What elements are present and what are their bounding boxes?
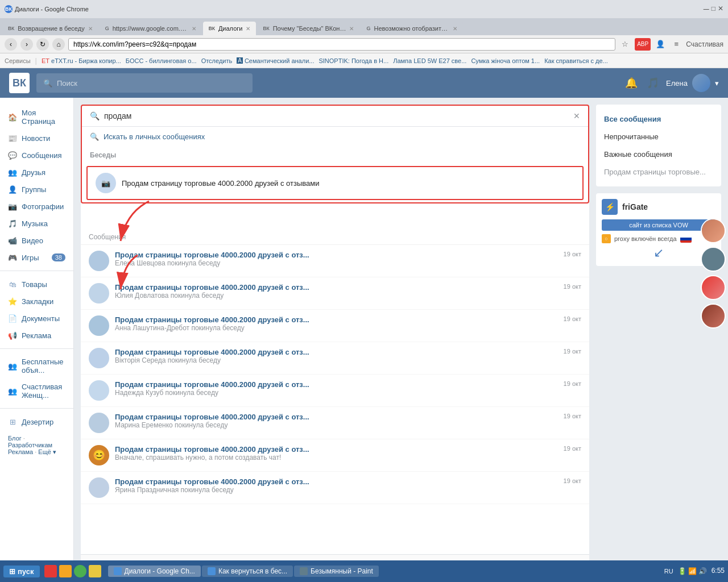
msg-subtitle-6: Вначале, спрашивать нужно, а потом созда…: [115, 454, 558, 462]
sidebar-item-music[interactable]: 🎵 Музыка: [0, 215, 73, 232]
forward-button[interactable]: ›: [20, 38, 33, 51]
sidebar-item-photos[interactable]: 📷 Фотографии: [0, 198, 73, 215]
music-icon[interactable]: 🎵: [647, 77, 659, 89]
filter-important[interactable]: Важные сообщения: [596, 146, 721, 163]
sidebar-item-messages[interactable]: 💬 Сообщения ↗: [0, 147, 73, 164]
address-input[interactable]: [68, 38, 615, 51]
msg-avatar-2: [89, 315, 109, 336]
side-avatar-2[interactable]: [701, 275, 726, 300]
tab-2[interactable]: ВК Диалоги ✕: [203, 22, 257, 35]
search-clear-button[interactable]: ✕: [573, 111, 580, 120]
star-button[interactable]: ☆: [619, 38, 631, 51]
window-title: Диалоги - Google Chrome: [15, 6, 89, 13]
taskbar-icon-vk[interactable]: [44, 565, 57, 577]
sidebar-item-friends[interactable]: 👥 Друзья: [0, 164, 73, 181]
sidebar-item-community-2[interactable]: 👥 Счастливая Женщ...: [0, 379, 73, 404]
profile-button[interactable]: 👤: [654, 38, 667, 51]
filter-all-messages[interactable]: Все сообщения: [596, 110, 721, 128]
sidebar-item-shop[interactable]: 🛍 Товары: [0, 276, 73, 293]
msg-date-7: 19 окт: [564, 477, 581, 484]
sidebar-item-video[interactable]: 📹 Видео: [0, 232, 73, 249]
filter-prodам[interactable]: Продам страницы торговые...: [596, 163, 721, 181]
messages-filter: Все сообщения Непрочитанные Важные сообщ…: [596, 105, 721, 186]
sidebar-item-docs[interactable]: 📄 Документы: [0, 310, 73, 327]
msg-item-3[interactable]: Продам страницы торговые 4000.2000 друзе…: [81, 342, 589, 375]
abp-button[interactable]: ABP: [635, 38, 651, 51]
taskbar-icon-2[interactable]: [59, 565, 72, 577]
menu-button[interactable]: ≡: [670, 38, 682, 51]
taskbar-apps: Диалоги - Google Ch... Как вернуться в б…: [108, 566, 662, 577]
msg-item-2[interactable]: Продам страницы торговые 4000.2000 друзе…: [81, 310, 589, 342]
header-dropdown-icon[interactable]: ▾: [715, 79, 719, 88]
close-btn[interactable]: ✕: [718, 5, 723, 14]
taskbar-app-2[interactable]: Безымянный - Paint: [294, 566, 379, 577]
bookmark-lampa[interactable]: Лампа LED 5W E27 све...: [393, 57, 466, 64]
tab-0[interactable]: ВК Возвращение в беседу ✕: [2, 22, 98, 35]
tab-close-4[interactable]: ✕: [453, 26, 457, 32]
maximize-btn[interactable]: □: [712, 5, 715, 14]
msg-date-1: 19 окт: [564, 283, 581, 290]
tab-3[interactable]: ВК Почему "Беседы" ВКонта... ✕: [257, 22, 359, 35]
sidebar-item-games[interactable]: 🎮 Игры 38: [0, 249, 73, 266]
footer-blog[interactable]: Блог: [8, 435, 22, 442]
footer-more[interactable]: Ещё ▾: [38, 448, 56, 455]
reload-button[interactable]: ↻: [36, 38, 49, 51]
msg-item-4[interactable]: Продам страницы торговые 4000.2000 друзе…: [81, 375, 589, 407]
header-user[interactable]: Елена ▾: [666, 74, 719, 92]
sidebar-item-groups[interactable]: 👤 Группы: [0, 181, 73, 198]
proxy-icon: ○: [602, 234, 611, 243]
frigate-arrow[interactable]: ↙: [653, 246, 664, 260]
tab-close-0[interactable]: ✕: [88, 26, 93, 32]
side-avatar-1[interactable]: [701, 247, 726, 272]
filter-unread[interactable]: Непрочитанные: [596, 128, 721, 146]
bookmark-kak[interactable]: Как справиться с де...: [544, 57, 608, 64]
games-badge: 38: [52, 253, 65, 261]
vk-logo[interactable]: ВК: [9, 73, 30, 93]
bookmark-sem[interactable]: A Семантический анали...: [237, 57, 314, 64]
browser-addressbar: ‹ › ↻ ⌂ ☆ ABP 👤 ≡ Счастливая: [0, 35, 728, 53]
msg-item-6[interactable]: 😊 Продам страницы торговые 4000.2000 дру…: [81, 439, 589, 472]
minimize-btn[interactable]: ─: [704, 5, 709, 14]
bookmark-otsledit[interactable]: Отследить: [201, 57, 233, 64]
search-result-beseda[interactable]: 📷 Продам страницу торговые 4000.2000 дру…: [86, 166, 584, 200]
home-button[interactable]: ⌂: [52, 38, 65, 51]
sidebar-item-ads[interactable]: 📢 Реклама: [0, 327, 73, 344]
msg-avatar-5: [89, 413, 109, 433]
tab-close-3[interactable]: ✕: [349, 26, 354, 32]
taskbar-app-0[interactable]: Диалоги - Google Ch...: [108, 566, 201, 577]
taskbar-app-1[interactable]: Как вернуться в бес...: [202, 566, 293, 577]
footer-dev[interactable]: Разработчикам: [8, 442, 52, 448]
msg-item-7[interactable]: Продам страницы торговые 4000.2000 друзе…: [81, 472, 589, 504]
msg-item-5[interactable]: Продам страницы торговые 4000.2000 друзе…: [81, 407, 589, 439]
back-button[interactable]: ‹: [5, 38, 17, 51]
sidebar-item-dezertir[interactable]: ⊞ Дезертир: [0, 413, 73, 430]
bookmark-etxt[interactable]: ЕТ eTXT.ru - Биржа копир...: [42, 57, 121, 64]
msg-item-0[interactable]: Продам страницы торговые 4000.2000 друзе…: [81, 245, 589, 277]
header-search-input[interactable]: [57, 79, 246, 88]
msg-date-6: 19 окт: [564, 445, 581, 452]
footer-ads[interactable]: Реклама: [8, 448, 33, 455]
side-avatar-0[interactable]: [701, 218, 726, 243]
messages-search-input[interactable]: [104, 111, 569, 120]
sidebar-item-news[interactable]: 📰 Новости: [0, 130, 73, 147]
msg-date-4: 19 окт: [564, 380, 581, 387]
tab-close-1[interactable]: ✕: [192, 26, 196, 32]
bookmark-sumka[interactable]: Сумка жіноча оптом 1...: [471, 57, 540, 64]
sidebar-item-my-page[interactable]: 🏠 Моя Страница: [0, 105, 73, 130]
tab-4[interactable]: G Невозможно отобразить с... ✕: [361, 22, 463, 35]
vk-header-search[interactable]: 🔍: [36, 73, 253, 93]
sidebar-item-bookmarks[interactable]: ⭐ Закладки: [0, 293, 73, 310]
notifications-icon[interactable]: 🔔: [625, 77, 638, 89]
bookmark-sinoptik[interactable]: SINOPTIK: Погода в Н...: [318, 57, 388, 64]
sidebar-item-community-1[interactable]: 👥 Бесплатные объя...: [0, 354, 73, 379]
msg-item-1[interactable]: Продам страницы торговые 4000.2000 друзе…: [81, 277, 589, 310]
video-icon: 📹: [8, 236, 17, 245]
start-button[interactable]: ⊞ пуск: [3, 566, 40, 577]
tab-close-2[interactable]: ✕: [246, 26, 250, 32]
taskbar-icon-3[interactable]: [74, 565, 86, 577]
search-in-messages-option[interactable]: 🔍 Искать в личных сообщениях: [82, 127, 588, 147]
bookmark-boss[interactable]: БОСС - биллинговая о...: [126, 57, 197, 64]
side-avatar-3[interactable]: [701, 304, 726, 329]
tab-1[interactable]: G https://www.google.com.ua... ✕: [100, 22, 202, 35]
taskbar-icon-4[interactable]: [89, 565, 101, 577]
